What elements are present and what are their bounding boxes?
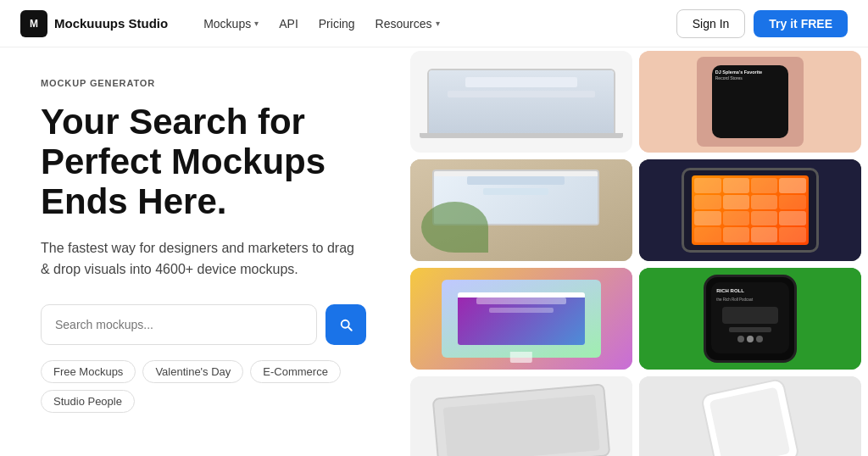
- navbar: M Mockuuups Studio Mockups ▾ API Pricing…: [0, 0, 868, 47]
- podcast-title: RICH ROLL: [715, 286, 786, 298]
- mockup-card-phone-tilted[interactable]: [639, 376, 861, 456]
- search-icon: [338, 317, 353, 332]
- brand-name: Mockuuups Studio: [54, 16, 168, 31]
- tag-studio-people[interactable]: Studio People: [41, 390, 135, 413]
- signin-button[interactable]: Sign In: [676, 9, 746, 38]
- nav-pricing[interactable]: Pricing: [310, 12, 364, 36]
- mockup-card-ipad[interactable]: [639, 159, 861, 261]
- chevron-down-icon: ▾: [254, 19, 259, 28]
- mockup-card-laptop-white[interactable]: [410, 51, 632, 153]
- tag-list: Free Mockups Valentine's Day E-Commerce …: [41, 360, 366, 413]
- phone-text-2: Record Stores: [715, 75, 786, 82]
- mockup-card-tablet-flat[interactable]: [410, 376, 632, 456]
- mockup-card-phone-hand[interactable]: DJ Splema's Favorite Record Stores: [639, 51, 861, 153]
- search-row: [41, 304, 366, 345]
- nav-mockups[interactable]: Mockups ▾: [195, 12, 267, 36]
- hero-description: The fastest way for designers and market…: [41, 238, 354, 281]
- hero-section: MOCKUP GENERATOR Your Search for Perfect…: [0, 47, 407, 456]
- hero-badge: MOCKUP GENERATOR: [41, 78, 366, 88]
- tag-ecommerce[interactable]: E-Commerce: [250, 360, 341, 383]
- nav-left: M Mockuuups Studio Mockups ▾ API Pricing…: [20, 10, 448, 37]
- tag-free-mockups[interactable]: Free Mockups: [41, 360, 136, 383]
- hero-title: Your Search for Perfect Mockups Ends Her…: [41, 102, 366, 221]
- search-input[interactable]: [41, 304, 317, 345]
- mockup-card-laptop-desk[interactable]: [410, 159, 632, 261]
- podcast-subtitle: the Rich Roll Podcast: [715, 298, 786, 303]
- chevron-down-icon-resources: ▾: [436, 19, 440, 28]
- mockup-card-phone-green[interactable]: RICH ROLL the Rich Roll Podcast: [639, 268, 861, 370]
- logo-icon: M: [20, 10, 47, 37]
- try-button[interactable]: Try it FREE: [754, 10, 848, 37]
- nav-right: Sign In Try it FREE: [676, 9, 848, 38]
- mockup-card-imac[interactable]: [410, 268, 632, 370]
- logo[interactable]: M Mockuuups Studio: [20, 10, 168, 37]
- nav-items: Mockups ▾ API Pricing Resources ▾: [195, 12, 448, 36]
- phone-text-1: DJ Splema's Favorite: [715, 69, 786, 75]
- main-content: MOCKUP GENERATOR Your Search for Perfect…: [0, 47, 868, 456]
- search-button[interactable]: [326, 304, 366, 345]
- nav-api[interactable]: API: [270, 12, 307, 36]
- tag-valentines[interactable]: Valentine's Day: [142, 360, 243, 383]
- nav-resources[interactable]: Resources ▾: [367, 12, 448, 36]
- mockup-grid: DJ Splema's Favorite Record Stores: [407, 47, 868, 456]
